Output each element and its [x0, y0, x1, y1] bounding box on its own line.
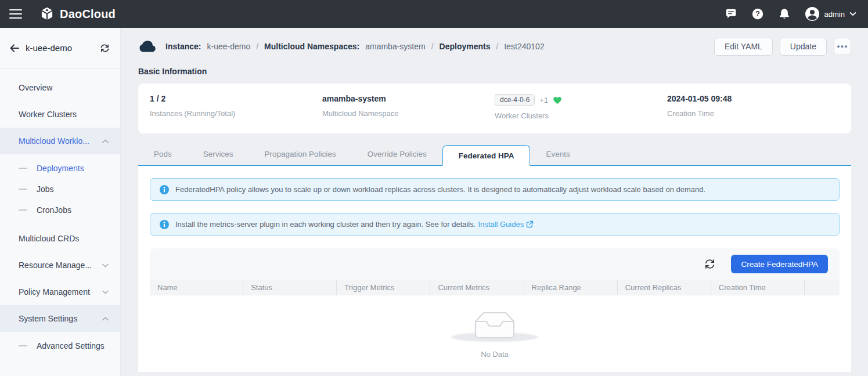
- user-menu[interactable]: admin: [805, 6, 856, 21]
- sidebar-item-worker-clusters[interactable]: Worker Clusters: [0, 101, 120, 128]
- worker-clusters-field: dce-4-0-6 +1 Worker Clusters: [495, 94, 667, 123]
- cloud-icon: [138, 39, 157, 53]
- more-actions-button[interactable]: ●●●: [834, 38, 851, 55]
- tab-services[interactable]: Services: [188, 144, 249, 165]
- breadcrumb-instance-label: Instance:: [165, 42, 201, 51]
- sidebar-item-multicloud-crds[interactable]: Multicloud CRDs: [0, 225, 120, 252]
- creation-time-field: 2024-01-05 09:48 Creation Time: [667, 94, 840, 123]
- sidebar-item-label: Policy Management: [19, 287, 90, 297]
- install-guides-label: Install Guides: [478, 220, 524, 229]
- sidebar-header: k-uee-demo: [0, 28, 120, 68]
- sidebar-item-system-settings[interactable]: System Settings: [0, 305, 120, 332]
- tab-events[interactable]: Events: [530, 144, 585, 165]
- sidebar-item-deployments[interactable]: Deployments: [0, 158, 120, 179]
- sidebar-item-label: Multicloud Worklo...: [19, 136, 89, 146]
- sidebar-item-advanced-settings[interactable]: Advanced Settings: [0, 335, 120, 356]
- refresh-icon[interactable]: [704, 259, 715, 269]
- cluster-tag[interactable]: dce-4-0-6: [495, 94, 535, 106]
- empty-state: No Data: [150, 295, 840, 359]
- dash-icon: [19, 189, 27, 190]
- chevron-down-icon: [102, 290, 109, 294]
- sidebar-item-overview[interactable]: Overview: [0, 74, 120, 101]
- sidebar-item-label: Resource Manage...: [19, 261, 92, 270]
- hpa-table-header: Name Status Trigger Metrics Current Metr…: [150, 280, 840, 295]
- sidebar-item-label: Worker Clusters: [19, 110, 77, 119]
- sidebar-item-label: Deployments: [37, 164, 84, 173]
- user-name: admin: [824, 10, 845, 19]
- breadcrumb-instance-value[interactable]: k-uee-demo: [207, 42, 250, 51]
- breadcrumb: Instance: k-uee-demo / Multicloud Namesp…: [138, 39, 545, 53]
- topbar-left: DaoCloud: [9, 6, 116, 21]
- breadcrumb-namespaces-value[interactable]: amamba-system: [365, 42, 425, 51]
- metrics-server-text: Install the metrics-server plugin in eac…: [175, 220, 476, 229]
- switch-cluster-icon[interactable]: [100, 44, 110, 53]
- chevron-up-icon: [102, 317, 109, 321]
- cluster-name: k-uee-demo: [26, 43, 72, 53]
- dash-icon: [19, 345, 27, 346]
- sidebar-item-label: Multicloud CRDs: [19, 234, 79, 243]
- instances-field: 1 / 2 Instances (Running/Total): [150, 94, 322, 123]
- hamburger-menu-icon[interactable]: [9, 9, 22, 19]
- creation-time-value: 2024-01-05 09:48: [667, 94, 840, 103]
- sidebar-item-label: System Settings: [19, 314, 77, 323]
- sidebar-item-label: CronJobs: [37, 205, 71, 215]
- tab-federated-hpa[interactable]: Federated HPA: [442, 145, 531, 166]
- chevron-down-icon: [102, 263, 109, 267]
- sidebar-item-resource-management[interactable]: Resource Manage...: [0, 252, 120, 279]
- column-current-replicas[interactable]: Current Replicas: [618, 280, 711, 295]
- sidebar: k-uee-demo Overview Worker Clusters Mult…: [0, 28, 121, 376]
- column-status[interactable]: Status: [243, 280, 337, 295]
- edit-yaml-button[interactable]: Edit YAML: [714, 38, 773, 56]
- messages-icon[interactable]: [725, 8, 737, 20]
- topbar-right: ? admin: [725, 6, 856, 21]
- brand-name: DaoCloud: [60, 8, 116, 21]
- breadcrumb-detail: test240102: [504, 42, 544, 51]
- page-header: Instance: k-uee-demo / Multicloud Namesp…: [138, 37, 851, 56]
- creation-time-label: Creation Time: [667, 109, 840, 118]
- tab-pods[interactable]: Pods: [138, 144, 188, 165]
- column-replica-range[interactable]: Replica Range: [524, 280, 618, 295]
- cluster-extra-count[interactable]: +1: [539, 96, 548, 104]
- breadcrumb-separator: /: [431, 42, 434, 51]
- instances-label: Instances (Running/Total): [150, 109, 322, 118]
- sidebar-item-jobs[interactable]: Jobs: [0, 179, 120, 200]
- breadcrumb-deployments[interactable]: Deployments: [440, 42, 491, 51]
- sidebar-item-multicloud-workloads[interactable]: Multicloud Worklo...: [0, 128, 120, 154]
- basic-information-card: 1 / 2 Instances (Running/Total) amamba-s…: [138, 84, 851, 133]
- create-federatedhpa-button[interactable]: Create FederatedHPA: [731, 255, 828, 273]
- notifications-bell-icon[interactable]: [778, 8, 791, 20]
- heart-icon: [553, 96, 562, 104]
- info-icon: [160, 220, 169, 229]
- svg-text:?: ?: [755, 10, 760, 18]
- update-button[interactable]: Update: [780, 38, 827, 56]
- tab-override-policies[interactable]: Override Policies: [352, 144, 442, 165]
- sidebar-item-policy-management[interactable]: Policy Management: [0, 279, 120, 305]
- column-trigger-metrics[interactable]: Trigger Metrics: [337, 280, 430, 295]
- external-link-icon: [526, 220, 534, 228]
- column-name[interactable]: Name: [150, 280, 243, 295]
- column-creation-time[interactable]: Creation Time: [711, 280, 805, 295]
- sidebar-nav: Overview Worker Clusters Multicloud Work…: [0, 68, 120, 356]
- header-actions: Edit YAML Update ●●●: [714, 38, 851, 56]
- column-current-metrics[interactable]: Current Metrics: [430, 280, 524, 295]
- help-icon[interactable]: ?: [751, 8, 764, 20]
- info-icon: [160, 185, 169, 194]
- instances-value: 1 / 2: [150, 94, 322, 103]
- brand-logo[interactable]: DaoCloud: [39, 6, 116, 21]
- tab-propagation-policies[interactable]: Propagation Policies: [249, 144, 352, 165]
- sidebar-item-label: Advanced Settings: [37, 341, 105, 350]
- daocloud-logo-icon: [39, 6, 55, 21]
- breadcrumb-separator: /: [256, 42, 258, 51]
- sidebar-item-label: Overview: [19, 83, 52, 92]
- chevron-up-icon: [102, 139, 109, 143]
- dash-icon: [19, 209, 27, 211]
- install-guides-link[interactable]: Install Guides: [478, 220, 534, 229]
- basic-information-title: Basic Information: [138, 67, 851, 76]
- sidebar-item-cronjobs[interactable]: CronJobs: [0, 200, 120, 220]
- back-arrow-icon[interactable]: [9, 44, 20, 53]
- worker-clusters-label: Worker Clusters: [495, 111, 667, 120]
- metrics-server-banner: Install the metrics-server plugin in eac…: [150, 213, 840, 236]
- chevron-down-icon: [849, 12, 856, 16]
- no-data-text: No Data: [481, 350, 509, 359]
- topbar: DaoCloud ? admin: [0, 0, 868, 28]
